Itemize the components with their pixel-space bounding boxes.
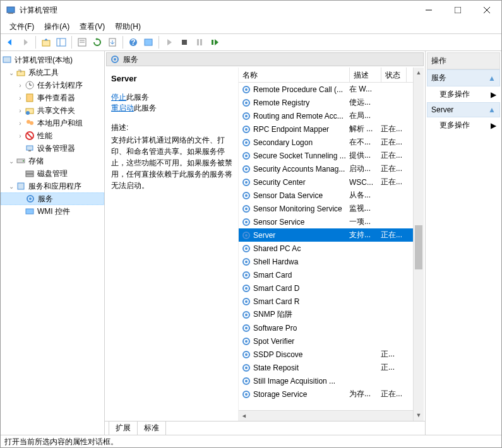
help-button[interactable]: ?: [126, 35, 140, 49]
col-desc[interactable]: 描述: [350, 68, 381, 82]
vertical-scrollbar[interactable]: ▲ ▼: [413, 68, 424, 421]
forward-button[interactable]: [18, 35, 32, 49]
actions-header: 操作: [427, 52, 500, 69]
up-button[interactable]: [39, 35, 53, 49]
service-row[interactable]: RPC Endpoint Mapper解析 ...正在...: [239, 122, 424, 136]
tab-extended[interactable]: 扩展: [109, 421, 138, 435]
horizontal-scrollbar[interactable]: ◄►: [239, 410, 424, 421]
tree-performance[interactable]: ›性能: [1, 129, 104, 142]
list-header[interactable]: 名称 描述 状态: [239, 68, 424, 83]
svg-rect-1: [8, 13, 13, 14]
tree-shared-folders[interactable]: ›共享文件夹: [1, 104, 104, 117]
service-row[interactable]: Shell Hardwa: [239, 255, 424, 268]
services-header: 服务: [106, 52, 424, 66]
services-list[interactable]: 名称 描述 状态 Remote Procedure Call (...在 W..…: [239, 68, 424, 421]
service-row[interactable]: Sensor Service一项...: [239, 215, 424, 228]
service-row[interactable]: Sensor Data Service从各...: [239, 189, 424, 202]
pause-service-button[interactable]: [193, 35, 206, 49]
maximize-button[interactable]: [443, 1, 472, 20]
service-row[interactable]: Remote Procedure Call (...在 W...: [239, 83, 424, 96]
minimize-button[interactable]: [414, 1, 443, 20]
gear-icon: [241, 204, 251, 214]
tree-root[interactable]: 计算机管理(本地): [1, 54, 104, 66]
gear-icon: [241, 363, 251, 373]
service-row[interactable]: Smart Card: [239, 268, 424, 281]
tree-device-manager[interactable]: 设备管理器: [1, 142, 104, 155]
service-row[interactable]: Smart Card D: [239, 281, 424, 295]
service-row[interactable]: Storage Service为存...正在...: [239, 387, 424, 401]
svg-point-87: [245, 367, 248, 369]
svg-point-43: [114, 58, 116, 61]
service-row[interactable]: Routing and Remote Acc...在局...: [239, 109, 424, 122]
service-row[interactable]: State Reposit正...: [239, 361, 424, 374]
menu-view[interactable]: 查看(V): [75, 20, 110, 33]
service-row[interactable]: SSDP Discove正...: [239, 348, 424, 361]
svg-point-29: [30, 121, 33, 125]
tree-system-tools[interactable]: ⌄系统工具: [1, 66, 104, 79]
service-row[interactable]: Software Pro: [239, 321, 424, 334]
menu-file[interactable]: 文件(F): [4, 20, 39, 33]
tree-event-viewer[interactable]: ›事件查看器: [1, 91, 104, 104]
tree-wmi[interactable]: WMI 控件: [1, 205, 104, 218]
stop-service-button[interactable]: [177, 35, 191, 49]
status-bar: 打开当前所选内容的属性对话框。: [1, 435, 501, 448]
service-row[interactable]: Security Accounts Manag...启动...正在...: [239, 162, 424, 175]
svg-point-51: [245, 128, 248, 131]
gear-icon: [241, 151, 251, 161]
service-row[interactable]: Still Image Acquisition ...: [239, 374, 424, 387]
svg-point-75: [245, 287, 248, 290]
service-row[interactable]: Spot Verifier: [239, 334, 424, 348]
service-row[interactable]: Secondary Logon在不...正在...: [239, 136, 424, 149]
svg-point-45: [245, 88, 248, 91]
scroll-thumb[interactable]: [415, 225, 422, 269]
svg-point-77: [245, 300, 248, 303]
service-row[interactable]: SNMP 陷阱: [239, 308, 424, 321]
collapse-icon: ▲: [488, 74, 496, 83]
close-button[interactable]: [472, 1, 501, 20]
tree-disk-management[interactable]: 磁盘管理: [1, 167, 104, 180]
col-name[interactable]: 名称: [239, 68, 350, 82]
actions-server-section[interactable]: Server▲: [427, 102, 500, 117]
show-hide-tree-button[interactable]: [54, 35, 68, 49]
gear-icon: [241, 191, 251, 201]
actions-more-server[interactable]: 更多操作▶: [427, 117, 500, 133]
svg-point-73: [245, 274, 248, 276]
tree-task-scheduler[interactable]: ›任务计划程序: [1, 79, 104, 91]
svg-rect-0: [7, 7, 15, 13]
svg-rect-36: [26, 171, 33, 174]
service-row[interactable]: Secure Socket Tunneling ...提供...正在...: [239, 149, 424, 162]
service-row[interactable]: Smart Card R: [239, 295, 424, 308]
services-header-label: 服务: [123, 54, 138, 65]
tree-local-users[interactable]: ›本地用户和组: [1, 117, 104, 129]
collapse-icon: ▲: [488, 105, 496, 114]
svg-rect-15: [145, 39, 152, 45]
service-row[interactable]: Security CenterWSC...正在...: [239, 175, 424, 189]
info-button[interactable]: [141, 35, 155, 49]
stop-service-link[interactable]: 停止: [111, 93, 126, 102]
restart-service-button[interactable]: [208, 35, 222, 49]
service-row[interactable]: Sensor Monitoring Service监视...: [239, 202, 424, 215]
col-status[interactable]: 状态: [381, 68, 407, 82]
refresh-button[interactable]: [90, 35, 104, 49]
menu-help[interactable]: 帮助(H): [110, 20, 146, 33]
service-description: 支持此计算机通过网络的文件、打印、和命名管道共享。如果服务停止，这些功能不可用。…: [111, 134, 233, 191]
restart-service-link[interactable]: 重启动: [111, 103, 134, 112]
svg-point-91: [245, 393, 248, 396]
tree-services[interactable]: 服务: [1, 192, 104, 205]
tree-storage[interactable]: ⌄存储: [1, 155, 104, 167]
tab-standard[interactable]: 标准: [137, 421, 166, 435]
svg-point-35: [23, 160, 24, 162]
properties-button[interactable]: [75, 35, 89, 49]
actions-more-services[interactable]: 更多操作▶: [427, 86, 500, 102]
tree-services-apps[interactable]: ⌄服务和应用程序: [1, 180, 104, 192]
nav-tree[interactable]: 计算机管理(本地) ⌄系统工具 ›任务计划程序 ›事件查看器 ›共享文件夹 ›本…: [1, 51, 105, 435]
svg-point-63: [245, 208, 248, 210]
start-service-button[interactable]: [162, 35, 176, 49]
actions-services-section[interactable]: 服务▲: [427, 69, 500, 86]
service-row[interactable]: Server支持...正在...: [239, 228, 424, 242]
back-button[interactable]: [3, 35, 17, 49]
export-button[interactable]: [105, 35, 119, 49]
service-row[interactable]: Remote Registry使远...: [239, 96, 424, 109]
menu-action[interactable]: 操作(A): [39, 20, 75, 33]
service-row[interactable]: Shared PC Ac: [239, 242, 424, 255]
